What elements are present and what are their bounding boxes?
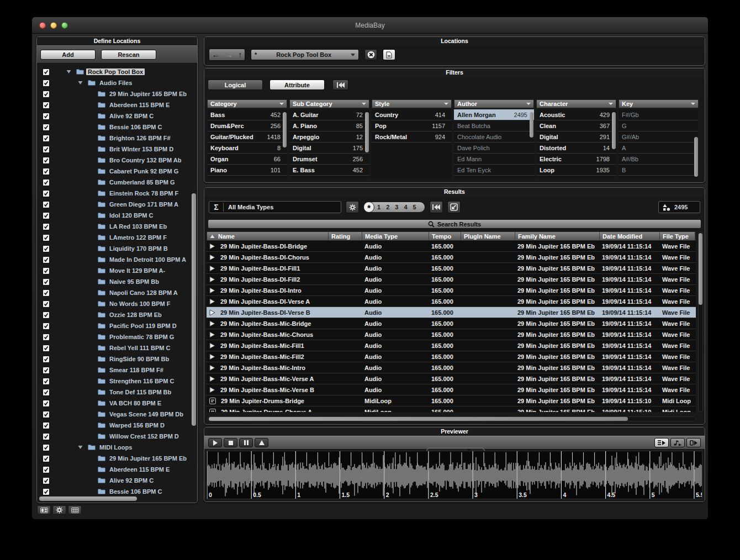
tree-item[interactable]: Brighton 126 BPM F# xyxy=(38,133,192,144)
rating-any-button[interactable]: * xyxy=(363,202,374,213)
checkbox-checked[interactable] xyxy=(43,157,50,164)
filter-value-row[interactable]: A. Guitar72 xyxy=(289,109,369,120)
checkbox-checked[interactable] xyxy=(43,477,50,484)
disclosure-triangle-icon[interactable] xyxy=(78,81,88,85)
filter-value-row[interactable]: Dave Polich xyxy=(454,142,534,154)
tree-item[interactable]: Vegas Scene 149 BPM Db xyxy=(38,409,192,420)
media-type-select[interactable]: Σ All Media Types xyxy=(209,201,341,213)
filter-value-row[interactable]: Piano101 xyxy=(207,165,287,176)
filter-value-row[interactable]: Organ66 xyxy=(207,154,287,165)
back-arrow-button[interactable]: ← xyxy=(212,49,220,60)
results-setup-button[interactable] xyxy=(346,201,359,213)
shuffle-results-button[interactable] xyxy=(447,201,461,213)
tree-item[interactable]: Move It 129 BPM A- xyxy=(38,265,192,276)
settings-gear-button[interactable] xyxy=(52,505,66,515)
waveform-display[interactable]: 00.511.522.533.544.555.5 xyxy=(207,451,702,499)
tree-item[interactable]: RingSide 90 BPM Bb xyxy=(38,353,192,364)
filter-value-row[interactable]: Keyboard8 xyxy=(207,142,287,154)
checkbox-checked[interactable] xyxy=(43,389,50,396)
result-row[interactable]: 29 Min Jupiter-Bass-DI-Fill2Audio165.000… xyxy=(207,274,696,285)
filter-value-row[interactable]: Drum&Perc256 xyxy=(207,120,287,131)
pause-button[interactable] xyxy=(239,438,253,447)
result-row[interactable]: 29 Min Jupiter-Bass-Mic-Fill2Audio165.00… xyxy=(207,351,696,362)
checkbox-checked[interactable] xyxy=(43,411,50,418)
result-row[interactable]: 29 Min Jupiter-Drums-Chorus AMidiLoop165… xyxy=(207,406,696,412)
add-location-button[interactable]: Add xyxy=(40,50,96,60)
result-row[interactable]: 29 Min Jupiter-Bass-Mic-ChorusAudio165.0… xyxy=(207,329,696,340)
checkbox-checked[interactable] xyxy=(43,267,50,274)
checkbox-checked[interactable] xyxy=(43,323,50,330)
checkbox-checked[interactable] xyxy=(43,113,50,120)
filter-value-row[interactable]: Country414 xyxy=(372,109,452,120)
checkbox-checked[interactable] xyxy=(43,345,50,352)
filter-value-row[interactable]: Pop1157 xyxy=(372,120,452,131)
filter-value-row[interactable]: Allen Morgan2495 xyxy=(454,109,534,120)
checkbox-checked[interactable] xyxy=(43,422,50,429)
checkbox-checked[interactable] xyxy=(43,367,50,374)
filter-value-row[interactable]: A. Piano85 xyxy=(289,120,369,131)
tree-item[interactable]: Green Diego 171 BPM A xyxy=(38,199,192,210)
disclosure-triangle-icon[interactable] xyxy=(78,445,88,450)
tree-item[interactable]: No Words 100 BPM F xyxy=(38,298,192,309)
remove-location-button[interactable] xyxy=(364,49,377,60)
locations-tree[interactable]: Rock Pop Tool BoxAudio Files29 Min Jupit… xyxy=(38,64,192,495)
tree-item[interactable]: Problematic 78 BPM G xyxy=(38,331,192,342)
tree-item[interactable]: Idol 120 BPM C xyxy=(38,210,192,221)
tree-item[interactable]: Warped 156 BPM D xyxy=(38,420,192,431)
checkbox-checked[interactable] xyxy=(43,102,50,109)
filter-value-row[interactable]: E. Bass452 xyxy=(289,165,369,176)
result-row[interactable]: 29 Min Jupiter-Bass-DI-Verse AAudio165.0… xyxy=(207,296,696,307)
column-header-media-type[interactable]: Media Type xyxy=(362,232,429,240)
checkbox-checked[interactable] xyxy=(43,234,50,241)
play-in-midi-context-button[interactable] xyxy=(670,438,685,447)
result-row[interactable]: 29 Min Jupiter-Bass-Mic-Fill1Audio165.00… xyxy=(207,340,696,351)
checkbox-checked[interactable] xyxy=(43,334,50,341)
tree-item[interactable]: Made In Detroit 100 BPM A xyxy=(38,254,192,265)
result-row[interactable]: 29 Min Jupiter-Bass-DI-IntroAudio165.000… xyxy=(207,285,696,296)
filter-value-row[interactable]: Beat Butcha xyxy=(454,120,534,131)
checkbox-checked[interactable] xyxy=(43,146,50,153)
attribute-tab[interactable]: Attribute xyxy=(269,80,325,90)
column-header-date-modified[interactable]: Date Modified xyxy=(600,232,660,240)
autoplay-results-button[interactable] xyxy=(654,438,669,447)
checkbox-checked[interactable] xyxy=(43,68,50,76)
tree-item[interactable]: Aberdeen 115 BPM E xyxy=(38,99,192,110)
filter-value-row[interactable]: F#/Gb xyxy=(619,109,699,120)
checkbox-checked[interactable] xyxy=(43,245,50,252)
forward-arrow-button[interactable]: → xyxy=(225,49,232,60)
tree-item[interactable]: 29 Min Jupiter 165 BPM Eb xyxy=(38,453,192,464)
tree-item[interactable]: Strengthen 116 BPM C xyxy=(38,376,192,387)
column-header-rating[interactable]: Rating xyxy=(329,232,362,240)
tree-item[interactable]: Pacific Pool 119 BPM D xyxy=(38,320,192,331)
tree-item[interactable]: MIDI Loops xyxy=(38,442,192,453)
checkbox-checked[interactable] xyxy=(43,190,50,197)
column-header-tempo[interactable]: Tempo xyxy=(429,232,461,240)
filter-column-header[interactable]: Category xyxy=(207,99,287,108)
filter-value-row[interactable]: Arpeggio12 xyxy=(289,131,369,142)
new-folder-button[interactable] xyxy=(383,49,395,60)
checkbox-checked[interactable] xyxy=(43,433,50,440)
result-row[interactable]: 29 Min Jupiter-Bass-Mic-IntroAudio165.00… xyxy=(207,362,696,373)
column-header-name[interactable]: Name xyxy=(207,232,329,240)
filter-scrollbar[interactable] xyxy=(283,110,287,178)
filter-value-row[interactable]: Rock/Metal924 xyxy=(372,131,452,142)
checkbox-checked[interactable] xyxy=(43,400,50,407)
rescan-button[interactable]: Rescan xyxy=(101,50,156,60)
checkbox-checked[interactable] xyxy=(43,378,50,385)
tree-item[interactable]: Napoli Cano 128 BPM A xyxy=(38,287,192,298)
filter-column-header[interactable]: Author xyxy=(454,99,534,108)
checkbox-checked[interactable] xyxy=(43,168,50,175)
filter-value-row[interactable]: B xyxy=(619,165,699,176)
tree-item[interactable]: LA Red 103 BPM Eb xyxy=(38,221,192,232)
filter-scrollbar[interactable] xyxy=(365,110,369,178)
filter-value-row[interactable]: Digital291 xyxy=(536,131,616,142)
checkbox-checked[interactable] xyxy=(43,488,50,495)
result-row[interactable]: 29 Min Jupiter-Bass-DI-Fill1Audio165.000… xyxy=(207,263,696,274)
disclosure-triangle-icon[interactable] xyxy=(66,70,76,74)
rating-number-button[interactable]: 3 xyxy=(392,204,401,210)
filter-value-row[interactable]: A xyxy=(619,142,699,154)
reset-result-filters-button[interactable] xyxy=(430,201,443,213)
filter-value-row[interactable]: Distorted14 xyxy=(536,142,616,154)
checkbox-checked[interactable] xyxy=(43,466,50,473)
tree-item[interactable]: Willow Crest 152 BPM D xyxy=(38,431,192,442)
